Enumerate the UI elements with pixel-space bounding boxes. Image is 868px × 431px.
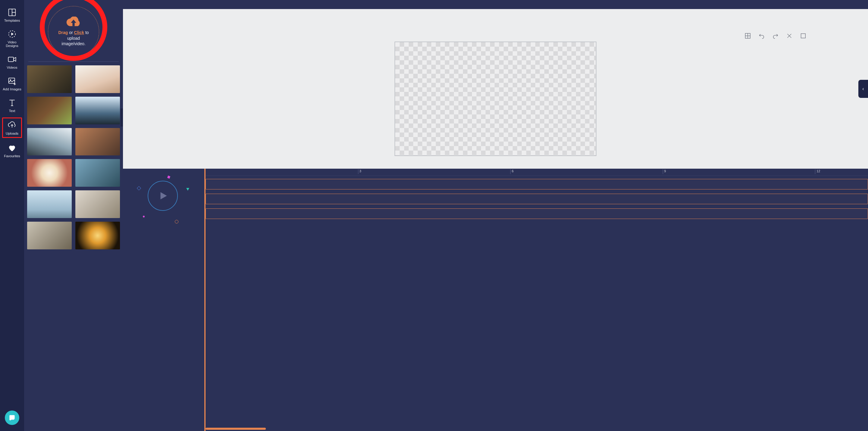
chevron-left-icon: ‹ [862, 86, 864, 92]
nav-uploads[interactable]: Uploads [2, 118, 22, 138]
close-button[interactable] [786, 33, 793, 39]
redo-button[interactable] [772, 33, 779, 39]
dropzone-word-to: to [84, 30, 89, 35]
canvas-toolbar [744, 33, 807, 39]
timeline-zone: 36912 [123, 169, 868, 431]
upload-dropzone[interactable]: Drag or Click to upload image/video. [48, 6, 99, 57]
play-button[interactable] [148, 181, 178, 211]
chat-button[interactable] [5, 410, 19, 425]
timeline-track[interactable] [206, 194, 868, 204]
fullscreen-icon [800, 33, 807, 39]
stage: ‹ 36912 [123, 0, 868, 431]
right-drawer-toggle[interactable]: ‹ [858, 80, 868, 98]
dropzone-line2: upload [67, 36, 80, 41]
nav-templates[interactable]: Templates [2, 5, 22, 24]
close-icon [786, 33, 793, 39]
upload-thumbnail[interactable] [27, 222, 72, 250]
ruler-tick: 9 [663, 169, 666, 174]
nav-add-images[interactable]: Add Images [2, 74, 22, 93]
dropzone-word-click: Click [74, 30, 84, 35]
upload-thumbnail[interactable] [27, 65, 72, 93]
left-nav: Templates Video Designs Videos Add Image… [0, 0, 24, 431]
templates-icon [7, 8, 17, 17]
ruler-tick: 6 [510, 169, 514, 174]
grid-icon [744, 33, 751, 39]
dropzone-line1: Drag or Click to [58, 30, 89, 36]
fullscreen-button[interactable] [800, 33, 807, 39]
confetti-icon [175, 220, 179, 224]
upload-thumbnail[interactable] [75, 159, 120, 187]
dropzone-line3: image/video. [61, 41, 85, 47]
video-designs-icon [7, 30, 17, 38]
svg-marker-6 [13, 58, 16, 61]
canvas-frame[interactable] [395, 41, 596, 156]
ruler-tick: 3 [358, 169, 361, 174]
nav-video-designs[interactable]: Video Designs [2, 27, 22, 49]
videos-icon [7, 55, 17, 64]
nav-text[interactable]: Text [2, 96, 22, 114]
upload-thumbnail[interactable] [75, 97, 120, 124]
play-area [123, 169, 204, 431]
nav-label: Videos [7, 66, 18, 69]
timeline[interactable]: 36912 [204, 169, 868, 431]
upload-thumbnail[interactable] [75, 222, 120, 250]
cloud-upload-icon [65, 16, 82, 28]
upload-thumbnail[interactable] [27, 97, 72, 124]
upload-thumbnail[interactable] [75, 128, 120, 156]
svg-rect-21 [801, 34, 806, 38]
undo-button[interactable] [758, 33, 765, 39]
nav-favourites[interactable]: Favourites [2, 141, 22, 160]
timeline-ruler[interactable]: 36912 [206, 169, 868, 176]
timeline-track[interactable] [206, 208, 868, 219]
uploads-icon [7, 121, 17, 130]
upload-thumbnail[interactable] [27, 190, 72, 218]
chat-icon [8, 414, 16, 422]
nav-label: Templates [4, 19, 20, 22]
nav-label: Favourites [4, 154, 20, 158]
timeline-scrub-handle[interactable] [206, 428, 266, 430]
play-icon [157, 190, 168, 201]
nav-videos[interactable]: Videos [2, 53, 22, 71]
timeline-tracks [206, 176, 868, 219]
stage-top-bar [123, 0, 868, 9]
confetti-icon [167, 175, 170, 178]
panel-divider [28, 61, 119, 62]
canvas-area: ‹ [123, 9, 868, 169]
upload-thumbnail[interactable] [75, 65, 120, 93]
uploads-panel: Drag or Click to upload image/video. ‹ [24, 0, 123, 431]
timeline-track[interactable] [206, 179, 868, 190]
add-images-icon [7, 76, 17, 86]
upload-thumbnail[interactable] [27, 128, 72, 156]
svg-marker-22 [161, 192, 167, 199]
nav-label: Add Images [3, 87, 21, 91]
ruler-tick: 12 [815, 169, 820, 174]
confetti-icon [137, 186, 141, 190]
grid-button[interactable] [744, 33, 751, 39]
text-icon [7, 98, 17, 107]
confetti-icon [143, 216, 145, 218]
upload-thumbnail[interactable] [75, 190, 120, 218]
uploads-grid [24, 65, 123, 431]
dropzone-word-drag: Drag [58, 30, 68, 35]
nav-label: Video Designs [2, 40, 22, 47]
svg-marker-4 [11, 33, 14, 36]
upload-thumbnail[interactable] [27, 159, 72, 187]
svg-rect-5 [8, 57, 14, 62]
nav-label: Text [9, 109, 15, 113]
nav-label: Uploads [6, 132, 19, 135]
upload-dropzone-wrap: Drag or Click to upload image/video. [24, 0, 123, 59]
favourites-icon [7, 143, 17, 153]
undo-icon [758, 33, 765, 39]
redo-icon [772, 33, 779, 39]
svg-point-8 [10, 79, 11, 80]
dropzone-word-or: or [68, 30, 74, 35]
confetti-icon [186, 188, 189, 191]
